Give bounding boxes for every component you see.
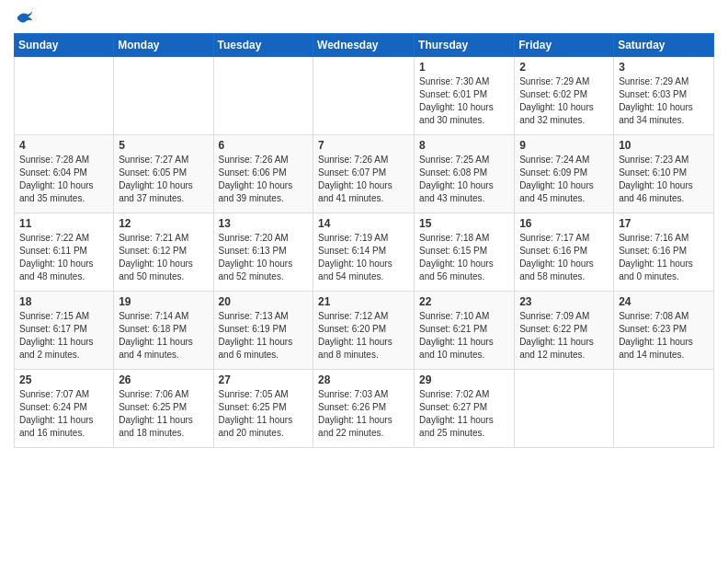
- day-info: Sunrise: 7:18 AM Sunset: 6:15 PM Dayligh…: [419, 232, 509, 283]
- day-info: Sunrise: 7:08 AM Sunset: 6:23 PM Dayligh…: [619, 310, 709, 362]
- day-info: Sunrise: 7:09 AM Sunset: 6:22 PM Dayligh…: [519, 310, 609, 362]
- day-number: 15: [419, 217, 509, 230]
- calendar-cell: 7Sunrise: 7:26 AM Sunset: 6:07 PM Daylig…: [313, 135, 415, 213]
- calendar-week-row: 1Sunrise: 7:30 AM Sunset: 6:01 PM Daylig…: [15, 57, 714, 135]
- calendar-cell: 28Sunrise: 7:03 AM Sunset: 6:26 PM Dayli…: [313, 370, 415, 448]
- logo-bird-icon: [16, 9, 34, 26]
- calendar-cell: 18Sunrise: 7:15 AM Sunset: 6:17 PM Dayli…: [15, 292, 114, 370]
- calendar-cell: 16Sunrise: 7:17 AM Sunset: 6:16 PM Dayli…: [515, 213, 614, 292]
- day-info: Sunrise: 7:26 AM Sunset: 6:07 PM Dayligh…: [318, 154, 409, 205]
- day-info: Sunrise: 7:25 AM Sunset: 6:08 PM Dayligh…: [419, 154, 509, 205]
- page-header: [14, 9, 714, 26]
- day-info: Sunrise: 7:23 AM Sunset: 6:10 PM Dayligh…: [619, 154, 709, 205]
- calendar-table: SundayMondayTuesdayWednesdayThursdayFrid…: [14, 33, 714, 448]
- day-number: 6: [219, 139, 309, 152]
- calendar-week-row: 11Sunrise: 7:22 AM Sunset: 6:11 PM Dayli…: [15, 213, 714, 292]
- day-info: Sunrise: 7:07 AM Sunset: 6:24 PM Dayligh…: [19, 388, 108, 440]
- day-info: Sunrise: 7:17 AM Sunset: 6:16 PM Dayligh…: [519, 232, 609, 283]
- calendar-cell: 4Sunrise: 7:28 AM Sunset: 6:04 PM Daylig…: [15, 135, 114, 213]
- calendar-cell: 2Sunrise: 7:29 AM Sunset: 6:02 PM Daylig…: [515, 57, 614, 135]
- calendar-cell: 26Sunrise: 7:06 AM Sunset: 6:25 PM Dayli…: [114, 370, 213, 448]
- day-info: Sunrise: 7:29 AM Sunset: 6:03 PM Dayligh…: [619, 75, 709, 127]
- calendar-cell: 12Sunrise: 7:21 AM Sunset: 6:12 PM Dayli…: [114, 213, 213, 292]
- calendar-cell: 5Sunrise: 7:27 AM Sunset: 6:05 PM Daylig…: [114, 135, 213, 213]
- day-info: Sunrise: 7:22 AM Sunset: 6:11 PM Dayligh…: [19, 232, 108, 283]
- day-number: 16: [519, 217, 609, 230]
- calendar-cell: 29Sunrise: 7:02 AM Sunset: 6:27 PM Dayli…: [415, 370, 515, 448]
- day-info: Sunrise: 7:28 AM Sunset: 6:04 PM Dayligh…: [19, 154, 108, 205]
- weekday-header-monday: Monday: [114, 34, 213, 57]
- day-info: Sunrise: 7:16 AM Sunset: 6:16 PM Dayligh…: [619, 232, 709, 283]
- calendar-cell: 25Sunrise: 7:07 AM Sunset: 6:24 PM Dayli…: [15, 370, 114, 448]
- day-number: 9: [519, 139, 609, 152]
- weekday-header-wednesday: Wednesday: [313, 34, 415, 57]
- calendar-cell: 15Sunrise: 7:18 AM Sunset: 6:15 PM Dayli…: [415, 213, 515, 292]
- weekday-header-thursday: Thursday: [415, 34, 515, 57]
- calendar-cell: 11Sunrise: 7:22 AM Sunset: 6:11 PM Dayli…: [15, 213, 114, 292]
- day-info: Sunrise: 7:03 AM Sunset: 6:26 PM Dayligh…: [318, 388, 409, 440]
- day-number: 26: [119, 373, 208, 386]
- day-number: 28: [318, 373, 409, 386]
- day-info: Sunrise: 7:12 AM Sunset: 6:20 PM Dayligh…: [318, 310, 409, 362]
- day-info: Sunrise: 7:02 AM Sunset: 6:27 PM Dayligh…: [419, 388, 509, 440]
- weekday-header-tuesday: Tuesday: [213, 34, 313, 57]
- day-info: Sunrise: 7:14 AM Sunset: 6:18 PM Dayligh…: [119, 310, 208, 362]
- day-number: 23: [519, 295, 609, 308]
- calendar-cell: [114, 57, 213, 135]
- calendar-week-row: 25Sunrise: 7:07 AM Sunset: 6:24 PM Dayli…: [15, 370, 714, 448]
- calendar-cell: 9Sunrise: 7:24 AM Sunset: 6:09 PM Daylig…: [515, 135, 614, 213]
- calendar-cell: 10Sunrise: 7:23 AM Sunset: 6:10 PM Dayli…: [614, 135, 714, 213]
- day-info: Sunrise: 7:05 AM Sunset: 6:25 PM Dayligh…: [219, 388, 309, 440]
- calendar-cell: 20Sunrise: 7:13 AM Sunset: 6:19 PM Dayli…: [213, 292, 313, 370]
- day-number: 24: [619, 295, 709, 308]
- calendar-cell: 1Sunrise: 7:30 AM Sunset: 6:01 PM Daylig…: [415, 57, 515, 135]
- day-info: Sunrise: 7:21 AM Sunset: 6:12 PM Dayligh…: [119, 232, 208, 283]
- day-number: 12: [119, 217, 208, 230]
- calendar-cell: [614, 370, 714, 448]
- calendar-cell: [15, 57, 114, 135]
- day-number: 8: [419, 139, 509, 152]
- day-info: Sunrise: 7:20 AM Sunset: 6:13 PM Dayligh…: [219, 232, 309, 283]
- day-number: 18: [19, 295, 108, 308]
- logo: [14, 9, 34, 26]
- day-info: Sunrise: 7:19 AM Sunset: 6:14 PM Dayligh…: [318, 232, 409, 283]
- day-number: 4: [19, 139, 108, 152]
- day-number: 10: [619, 139, 709, 152]
- day-number: 20: [219, 295, 309, 308]
- calendar-cell: 6Sunrise: 7:26 AM Sunset: 6:06 PM Daylig…: [213, 135, 313, 213]
- day-info: Sunrise: 7:26 AM Sunset: 6:06 PM Dayligh…: [219, 154, 309, 205]
- calendar-cell: 19Sunrise: 7:14 AM Sunset: 6:18 PM Dayli…: [114, 292, 213, 370]
- day-number: 14: [318, 217, 409, 230]
- calendar-cell: [515, 370, 614, 448]
- day-number: 11: [19, 217, 108, 230]
- calendar-cell: 13Sunrise: 7:20 AM Sunset: 6:13 PM Dayli…: [213, 213, 313, 292]
- day-number: 22: [419, 295, 509, 308]
- day-info: Sunrise: 7:30 AM Sunset: 6:01 PM Dayligh…: [419, 75, 509, 127]
- calendar-cell: 24Sunrise: 7:08 AM Sunset: 6:23 PM Dayli…: [614, 292, 714, 370]
- weekday-header-sunday: Sunday: [15, 34, 114, 57]
- day-number: 19: [119, 295, 208, 308]
- day-number: 5: [119, 139, 208, 152]
- calendar-cell: 21Sunrise: 7:12 AM Sunset: 6:20 PM Dayli…: [313, 292, 415, 370]
- day-number: 7: [318, 139, 409, 152]
- day-info: Sunrise: 7:27 AM Sunset: 6:05 PM Dayligh…: [119, 154, 208, 205]
- day-number: 1: [419, 61, 509, 74]
- day-info: Sunrise: 7:24 AM Sunset: 6:09 PM Dayligh…: [519, 154, 609, 205]
- day-number: 21: [318, 295, 409, 308]
- calendar-cell: 23Sunrise: 7:09 AM Sunset: 6:22 PM Dayli…: [515, 292, 614, 370]
- day-info: Sunrise: 7:29 AM Sunset: 6:02 PM Dayligh…: [519, 75, 609, 127]
- calendar-cell: 27Sunrise: 7:05 AM Sunset: 6:25 PM Dayli…: [213, 370, 313, 448]
- day-number: 13: [219, 217, 309, 230]
- calendar-cell: 17Sunrise: 7:16 AM Sunset: 6:16 PM Dayli…: [614, 213, 714, 292]
- day-number: 3: [619, 61, 709, 74]
- day-number: 29: [419, 373, 509, 386]
- day-number: 27: [219, 373, 309, 386]
- calendar-week-row: 18Sunrise: 7:15 AM Sunset: 6:17 PM Dayli…: [15, 292, 714, 370]
- weekday-header-row: SundayMondayTuesdayWednesdayThursdayFrid…: [15, 34, 714, 57]
- calendar-cell: [213, 57, 313, 135]
- calendar-cell: 22Sunrise: 7:10 AM Sunset: 6:21 PM Dayli…: [415, 292, 515, 370]
- calendar-week-row: 4Sunrise: 7:28 AM Sunset: 6:04 PM Daylig…: [15, 135, 714, 213]
- day-number: 25: [19, 373, 108, 386]
- day-number: 2: [519, 61, 609, 74]
- day-info: Sunrise: 7:13 AM Sunset: 6:19 PM Dayligh…: [219, 310, 309, 362]
